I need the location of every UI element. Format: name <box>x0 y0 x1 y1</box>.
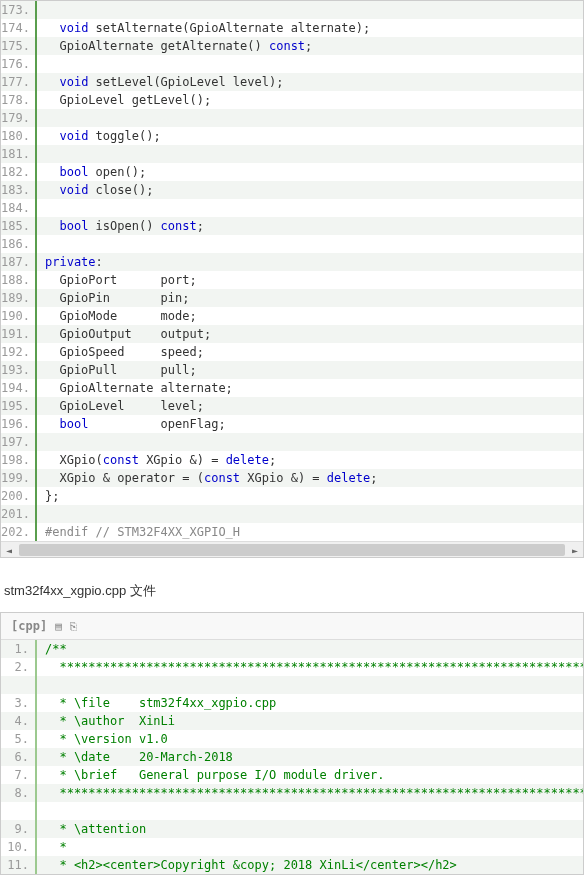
line-number: 174. <box>1 19 37 37</box>
code-line: 200.}; <box>1 487 583 505</box>
code-line: 195. GpioLevel level; <box>1 397 583 415</box>
code-line: 179. <box>1 109 583 127</box>
line-number: 9. <box>1 820 37 838</box>
code-line: 186. <box>1 235 583 253</box>
code-line: 193. GpioPull pull; <box>1 361 583 379</box>
line-content: * <box>37 838 583 856</box>
line-number: 5. <box>1 730 37 748</box>
scroll-left-icon[interactable]: ◄ <box>1 542 17 558</box>
code-line: 190. GpioMode mode; <box>1 307 583 325</box>
scroll-right-icon[interactable]: ► <box>567 542 583 558</box>
code-line: 192. GpioSpeed speed; <box>1 343 583 361</box>
code-line: 181. <box>1 145 583 163</box>
line-number: 185. <box>1 217 37 235</box>
copy-icon[interactable]: ⎘ <box>70 620 77 633</box>
code-line: 9. * \attention <box>1 820 583 838</box>
code-line: 182. bool open(); <box>1 163 583 181</box>
scroll-thumb[interactable] <box>19 544 565 556</box>
code-line: 184. <box>1 199 583 217</box>
code-line: 5. * \version v1.0 <box>1 730 583 748</box>
line-number: 183. <box>1 181 37 199</box>
code-line: 188. GpioPort port; <box>1 271 583 289</box>
line-content: * <h2><center>Copyright &copy; 2018 XinL… <box>37 856 583 874</box>
line-content: bool openFlag; <box>37 415 583 433</box>
line-content: GpioOutput output; <box>37 325 583 343</box>
code-line: 3. * \file stm32f4xx_xgpio.cpp <box>1 694 583 712</box>
code-line: 198. XGpio(const XGpio &) = delete; <box>1 451 583 469</box>
line-number: 173. <box>1 1 37 19</box>
line-number: 3. <box>1 694 37 712</box>
line-number: 191. <box>1 325 37 343</box>
code-line: 194. GpioAlternate alternate; <box>1 379 583 397</box>
line-content: ****************************************… <box>37 784 583 802</box>
code-line: 191. GpioOutput output; <box>1 325 583 343</box>
line-content: GpioMode mode; <box>37 307 583 325</box>
line-number: 197. <box>1 433 37 451</box>
line-content <box>37 235 583 253</box>
line-number: 186. <box>1 235 37 253</box>
line-content: XGpio & operator = (const XGpio &) = del… <box>37 469 583 487</box>
line-content: void close(); <box>37 181 583 199</box>
line-content: bool isOpen() const; <box>37 217 583 235</box>
line-number: 196. <box>1 415 37 433</box>
code-line: 178. GpioLevel getLevel(); <box>1 91 583 109</box>
code-line: 174. void setAlternate(GpioAlternate alt… <box>1 19 583 37</box>
line-content: GpioLevel getLevel(); <box>37 91 583 109</box>
line-number: 1. <box>1 640 37 658</box>
code-line: 2. *************************************… <box>1 658 583 676</box>
line-number: 182. <box>1 163 37 181</box>
code-line: 11. * <h2><center>Copyright &copy; 2018 … <box>1 856 583 874</box>
line-number: 175. <box>1 37 37 55</box>
code-line: 185. bool isOpen() const; <box>1 217 583 235</box>
line-number: 10. <box>1 838 37 856</box>
code-line: 189. GpioPin pin; <box>1 289 583 307</box>
line-content <box>37 505 583 523</box>
code-area-2[interactable]: 1./**2. ********************************… <box>1 640 583 874</box>
line-number: 11. <box>1 856 37 874</box>
view-plain-icon[interactable]: ▤ <box>55 620 62 633</box>
line-number: 176. <box>1 55 37 73</box>
code-line: 176. <box>1 55 583 73</box>
line-content: GpioAlternate alternate; <box>37 379 583 397</box>
code-line: 197. <box>1 433 583 451</box>
line-number: 189. <box>1 289 37 307</box>
line-content: }; <box>37 487 583 505</box>
code-line: 8. *************************************… <box>1 784 583 802</box>
line-content: #endif // STM32F4XX_XGPIO_H <box>37 523 583 541</box>
code-area-1[interactable]: 173.174. void setAlternate(GpioAlternate… <box>1 1 583 541</box>
code-line: 201. <box>1 505 583 523</box>
line-content: * \file stm32f4xx_xgpio.cpp <box>37 694 583 712</box>
line-content: * \brief General purpose I/O module driv… <box>37 766 583 784</box>
line-content: void setAlternate(GpioAlternate alternat… <box>37 19 583 37</box>
line-content: * \attention <box>37 820 583 838</box>
line-content <box>37 199 583 217</box>
line-content: * \version v1.0 <box>37 730 583 748</box>
code-line: 202.#endif // STM32F4XX_XGPIO_H <box>1 523 583 541</box>
horizontal-scrollbar[interactable]: ◄ ► <box>1 541 583 557</box>
code-toolbar: [cpp] ▤ ⎘ <box>1 613 583 640</box>
line-number: 195. <box>1 397 37 415</box>
line-content: GpioAlternate getAlternate() const; <box>37 37 583 55</box>
line-content <box>37 145 583 163</box>
line-number: 198. <box>1 451 37 469</box>
code-line: 7. * \brief General purpose I/O module d… <box>1 766 583 784</box>
line-content: private: <box>37 253 583 271</box>
code-line: 187.private: <box>1 253 583 271</box>
line-number: 184. <box>1 199 37 217</box>
line-content: /** <box>37 640 583 658</box>
line-content: XGpio(const XGpio &) = delete; <box>37 451 583 469</box>
line-number: 177. <box>1 73 37 91</box>
code-block-1: 173.174. void setAlternate(GpioAlternate… <box>0 0 584 558</box>
line-content: * \author XinLi <box>37 712 583 730</box>
line-number: 192. <box>1 343 37 361</box>
code-block-2: [cpp] ▤ ⎘ 1./**2. **********************… <box>0 612 584 875</box>
line-content: ****************************************… <box>37 658 583 676</box>
line-number: 7. <box>1 766 37 784</box>
line-content: * \date 20-March-2018 <box>37 748 583 766</box>
language-label: [cpp] <box>11 619 47 633</box>
line-number: 6. <box>1 748 37 766</box>
line-content <box>37 1 583 19</box>
line-number: 202. <box>1 523 37 541</box>
code-line: 1./** <box>1 640 583 658</box>
line-number: 8. <box>1 784 37 802</box>
